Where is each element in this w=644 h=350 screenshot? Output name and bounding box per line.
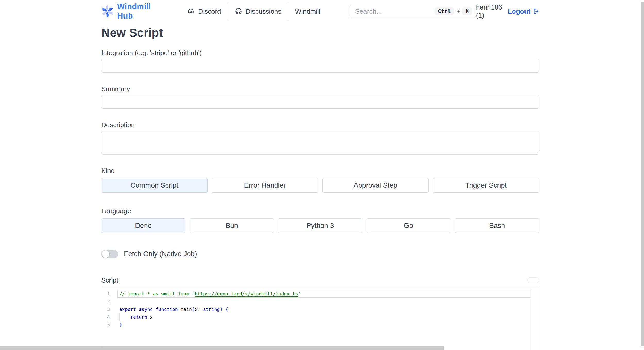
fetch-only-toggle[interactable] [101,250,118,258]
line-number: 2 [101,298,119,305]
nav-discussions-label: Discussions [246,7,282,15]
nav-discussions-link[interactable]: Discussions [228,3,288,20]
line-number: 1 [101,290,119,298]
editor-options-pill[interactable] [527,277,539,283]
github-icon [235,7,242,15]
integration-section: Integration (e.g: 'stripe' or 'github') [101,49,539,73]
fetch-only-label: Fetch Only (Native Job) [124,250,197,258]
editor-line[interactable]: 1// import * as wmill from 'https://deno… [101,290,539,298]
editor-line[interactable]: 3export async function main(x: string) { [101,305,539,313]
code-text: return x [119,313,153,321]
description-label: Description [101,121,539,129]
user-box: henri186 (1) Logout [476,3,539,19]
nav-discord-link[interactable]: Discord [180,3,227,20]
description-section: Description [101,121,539,156]
language-options: DenoBunPython 3GoBash [101,218,539,233]
option-bun[interactable]: Bun [190,218,274,233]
option-deno[interactable]: Deno [101,218,185,233]
summary-label: Summary [101,85,539,93]
search-placeholder: Search... [355,7,435,15]
search-input[interactable]: Search... Ctrl + K [350,5,476,18]
fetch-only-row: Fetch Only (Native Job) [101,250,539,258]
vertical-scrollbar[interactable] [641,2,644,346]
language-section: Language DenoBunPython 3GoBash [101,207,539,233]
description-textarea[interactable] [101,131,539,155]
kind-label: Kind [101,167,539,175]
option-go[interactable]: Go [367,218,451,233]
logout-button[interactable]: Logout [508,7,539,15]
option-trigger-script[interactable]: Trigger Script [433,178,539,193]
header: Windmill Hub Discord [101,0,539,23]
kind-options: Common ScriptError HandlerApproval StepT… [101,178,539,193]
toggle-knob [102,250,109,258]
script-label: Script [101,276,118,284]
nav-windmill-label: Windmill [295,7,320,15]
editor-line[interactable]: 2 [101,298,539,305]
summary-section: Summary [101,85,539,109]
nav-windmill-link[interactable]: Windmill [288,3,327,20]
code-text: export async function main(x: string) { [119,305,228,313]
code-editor[interactable]: 1// import * as wmill from 'https://deno… [101,288,539,350]
summary-input[interactable] [101,95,539,109]
kbd-ctrl: Ctrl [435,7,454,15]
editor-line[interactable]: 4 return x [101,313,539,321]
windmill-hub-page: Windmill Hub Discord [0,0,644,350]
kbd-plus: + [456,8,460,15]
editor-scrollbar-divider [531,288,531,350]
option-bash[interactable]: Bash [455,218,539,233]
option-approval-step[interactable]: Approval Step [322,178,429,193]
option-error-handler[interactable]: Error Handler [212,178,318,193]
page-title: New Script [101,26,539,40]
integration-label: Integration (e.g: 'stripe' or 'github') [101,49,539,57]
kind-section: Kind Common ScriptError HandlerApproval … [101,167,539,193]
logout-label: Logout [508,7,530,15]
line-number: 3 [101,305,119,313]
editor-lines: 1// import * as wmill from 'https://deno… [101,288,539,329]
line-number: 5 [101,321,119,329]
language-label: Language [101,207,539,215]
option-common-script[interactable]: Common Script [101,178,208,193]
username: henri186 (1) [476,3,502,19]
logout-icon [532,8,539,15]
horizontal-scrollbar[interactable] [0,346,444,350]
windmill-logo-icon [101,5,114,18]
code-text: } [119,321,122,329]
discord-icon [187,7,195,15]
script-section: Script 1// import * as wmill from 'https… [101,276,539,350]
nav-discord-label: Discord [198,7,221,15]
brand-home-link[interactable]: Windmill Hub [101,2,158,21]
kbd-k: K [462,7,472,15]
editor-line[interactable]: 5} [101,321,539,329]
code-text: // import * as wmill from 'https://deno.… [119,290,301,298]
header-nav: Discord Discussions Windmill [180,3,327,20]
search-shortcut: Ctrl + K [435,7,472,15]
line-number: 4 [101,313,119,321]
option-python-3[interactable]: Python 3 [278,218,362,233]
brand-name: Windmill Hub [117,2,158,21]
integration-input[interactable] [101,59,539,73]
